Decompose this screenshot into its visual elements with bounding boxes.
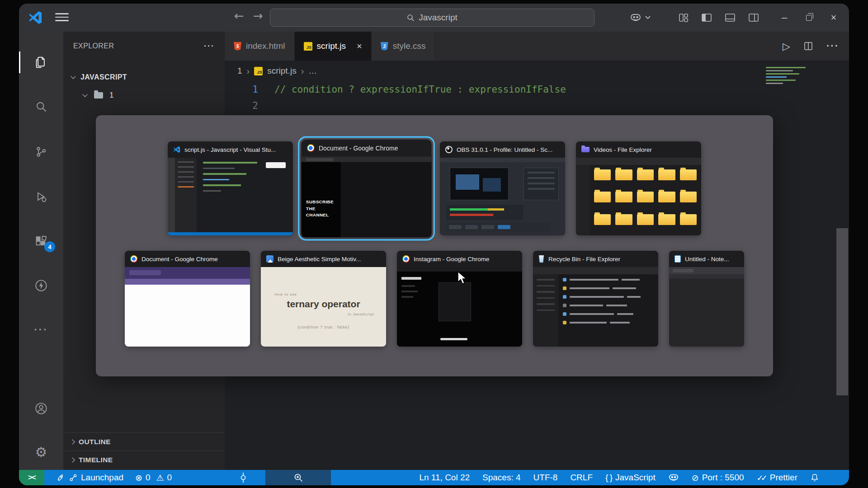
css-file-icon: 3 [381, 42, 388, 51]
window-thumb-recycle-bin[interactable]: Recycle Bin - File Explorer [533, 251, 658, 347]
customize-layout-icon[interactable] [679, 13, 689, 23]
thumb-preview [669, 267, 744, 347]
run-button[interactable]: ▷ [783, 41, 790, 52]
toggle-secondary-sidebar-icon[interactable] [748, 13, 759, 23]
formatter-item[interactable]: ✓✓ Prettier [750, 470, 804, 485]
window-thumb-videos-explorer[interactable]: Videos - File Explorer [576, 141, 701, 235]
chrome-icon [307, 144, 315, 152]
check-all-icon: ✓✓ [757, 473, 765, 483]
screencast-target-icon[interactable] [239, 470, 248, 485]
run-debug-icon[interactable] [19, 185, 63, 209]
toggle-panel-icon[interactable] [725, 13, 736, 23]
obs-icon [445, 146, 453, 153]
js-file-icon: JS [304, 42, 312, 51]
zoom-in-icon [293, 473, 303, 483]
thumb-preview [440, 158, 565, 235]
section-title: JAVASCRIPT [80, 73, 127, 81]
encoding-item[interactable]: UTF-8 [527, 470, 564, 485]
thumb-preview: How to use ternary operator in JavaScrip… [261, 267, 386, 347]
breadcrumb-file[interactable]: script.js [267, 66, 296, 76]
copilot-status-icon[interactable] [662, 470, 685, 485]
window-thumb-chrome-document-selected[interactable]: Document - Google Chrome SUBSCRIBE THE C… [301, 140, 431, 237]
explorer-icon[interactable] [19, 51, 63, 74]
breadcrumb: 1 › JS script.js › … [225, 61, 849, 81]
source-control-icon[interactable] [19, 140, 63, 164]
toggle-primary-sidebar-icon[interactable] [701, 13, 712, 23]
live-server-lightning-icon[interactable] [19, 274, 63, 297]
titlebar: ← → Javascript [19, 4, 849, 32]
split-editor-icon[interactable] [804, 42, 813, 51]
tab-bar: 5 index.html JS script.js × 3 style.css … [225, 32, 849, 61]
timeline-section[interactable]: TIMELINE [63, 450, 225, 469]
eol-item[interactable]: CRLF [564, 470, 599, 485]
thumb-overlay-text: SUBSCRIBE THE CHANNEL [306, 199, 339, 218]
launchpad-item[interactable]: Launchpad [51, 470, 129, 485]
window-thumb-chrome-document-white[interactable]: Document - Google Chrome [125, 251, 250, 347]
nav-forward-button[interactable]: → [250, 9, 266, 23]
mouse-cursor [457, 271, 467, 285]
nav-back-button[interactable]: ← [231, 9, 247, 23]
file-explorer-folder-icon [581, 147, 590, 152]
launchpad-label: Launchpad [81, 473, 123, 483]
errors-count: 0 [146, 473, 151, 483]
copilot-chevron-down-icon[interactable] [645, 16, 651, 19]
html-file-icon: 5 [234, 42, 241, 51]
chevron-right-icon [70, 439, 75, 444]
tab-style-css[interactable]: 3 style.css [372, 32, 435, 61]
window-thumb-instagram[interactable]: Instagram - Google Chrome [397, 251, 522, 347]
thumb-preview [576, 158, 701, 235]
minimap[interactable] [766, 67, 809, 86]
window-thumb-notepad[interactable]: Untitled - Note... [669, 251, 744, 347]
tab-label: script.js [317, 41, 346, 51]
notifications-bell-icon[interactable] [804, 470, 826, 485]
search-sidebar-icon[interactable] [19, 95, 63, 118]
cursor-position-item[interactable]: Ln 11, Col 22 [413, 470, 476, 485]
breadcrumb-separator: › [247, 66, 250, 76]
window-thumb-obs[interactable]: OBS 31.0.1 - Profile: Untitled - Sc... [440, 141, 565, 235]
thumb-preview: SUBSCRIBE THE CHANNEL [301, 156, 431, 237]
activity-more-icon[interactable]: ··· [19, 318, 63, 342]
search-icon [407, 14, 415, 22]
warnings-count: 0 [167, 473, 172, 483]
explorer-more-icon[interactable]: ··· [204, 42, 215, 51]
settings-gear-icon[interactable]: ⚙ [19, 440, 63, 464]
code-area[interactable]: 1 // condition ? expressionIfTrue : expr… [225, 81, 849, 114]
outline-section[interactable]: OUTLINE [63, 432, 225, 450]
tab-script-js[interactable]: JS script.js × [295, 32, 372, 61]
window-thumb-beige-slide[interactable]: Beige Aesthetic Simple Motiv... How to u… [261, 251, 386, 347]
sidebar-section-javascript[interactable]: JAVASCRIPT [63, 69, 225, 86]
tab-index-html[interactable]: 5 index.html [225, 32, 295, 61]
tab-close-icon[interactable]: × [357, 41, 362, 52]
breadcrumb-more[interactable]: … [308, 66, 317, 76]
editor-scrollbar[interactable] [836, 228, 848, 395]
thumb-title-text: Document - Google Chrome [142, 256, 218, 263]
slide-eyebrow: How to use [274, 292, 297, 296]
live-server-port-item[interactable]: ⊘ Port : 5500 [685, 470, 750, 485]
thumb-title-text: script.js - Javascript - Visual Stu... [184, 146, 276, 153]
outline-label: OUTLINE [79, 438, 111, 446]
extensions-icon[interactable]: 4 [19, 230, 63, 253]
indentation-item[interactable]: Spaces: 4 [476, 470, 527, 485]
zoom-indicator[interactable] [265, 470, 331, 485]
chevron-down-icon [82, 92, 87, 97]
thumb-title-text: Document - Google Chrome [319, 145, 398, 152]
window-thumb-vscode[interactable]: script.js - Javascript - Visual Stu... [168, 141, 293, 235]
problems-item[interactable]: ⊗ 0 ⚠ 0 [129, 470, 178, 485]
chevron-right-icon [70, 457, 75, 462]
activity-bar: 4 ··· ⚙ [19, 32, 63, 470]
account-icon[interactable] [19, 397, 63, 420]
slide-code: (condition ? true : false) [261, 325, 386, 329]
tree-item-folder-1[interactable]: 1 [63, 87, 225, 104]
copilot-icon[interactable] [630, 13, 642, 23]
remote-indicator[interactable]: >< [19, 470, 44, 485]
editor-more-icon[interactable]: ··· [826, 40, 839, 52]
chrome-icon [130, 255, 137, 263]
minimize-button[interactable]: – [778, 12, 791, 23]
menu-hamburger-icon[interactable] [55, 13, 69, 22]
search-label: Javascript [419, 13, 458, 23]
restore-button[interactable] [806, 15, 812, 21]
breadcrumb-root[interactable]: 1 [237, 66, 242, 76]
language-mode-item[interactable]: { } JavaScript [599, 470, 662, 485]
close-button[interactable]: × [827, 12, 840, 23]
command-center-search[interactable]: Javascript [270, 9, 594, 27]
